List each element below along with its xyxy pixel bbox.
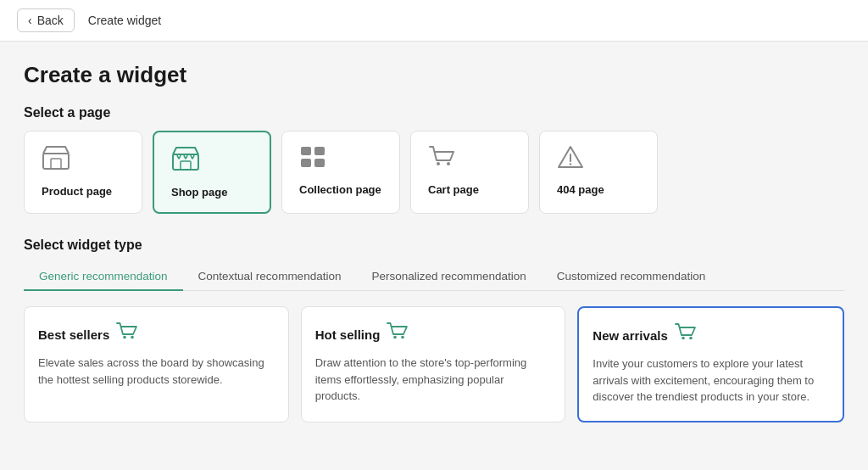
tab-contextual[interactable]: Contextual recommendation [183, 263, 357, 291]
tab-customized[interactable]: Customized recommendation [542, 263, 721, 291]
back-label: Back [37, 14, 64, 27]
svg-rect-7 [314, 159, 325, 167]
page-card-product[interactable]: Product page [24, 131, 142, 214]
svg-point-9 [447, 162, 450, 165]
svg-point-14 [394, 336, 398, 339]
page-cards-container: Product page Shop page [24, 131, 844, 214]
svg-point-15 [402, 336, 405, 339]
widget-card-new-arrivals-title: New arrivals [593, 328, 667, 343]
page-card-collection-label: Collection page [299, 183, 381, 196]
widget-card-new-arrivals-header: New arrivals [593, 323, 829, 347]
warning-icon [557, 145, 584, 175]
widget-card-hot-selling-header: Hot selling [315, 322, 552, 346]
svg-rect-2 [173, 154, 198, 170]
shop-icon [171, 146, 200, 177]
svg-point-12 [123, 336, 126, 339]
page-card-cart[interactable]: Cart page [410, 131, 529, 214]
tab-personalized[interactable]: Personalized recommendation [356, 263, 541, 291]
svg-point-13 [131, 336, 134, 339]
cart-page-icon [428, 145, 455, 175]
page-card-cart-label: Cart page [428, 183, 479, 196]
svg-rect-3 [181, 161, 191, 170]
select-widget-label: Select widget type [24, 238, 844, 253]
widget-card-hot-selling-title: Hot selling [315, 327, 381, 342]
svg-rect-5 [314, 147, 325, 155]
widget-card-new-arrivals[interactable]: New arrivals Invite your customers to ex… [577, 306, 844, 422]
widget-card-hot-selling[interactable]: Hot selling Draw attention to the store'… [301, 306, 566, 422]
widget-card-new-arrivals-desc: Invite your customers to explore your la… [593, 355, 829, 406]
page-card-collection[interactable]: Collection page [281, 131, 400, 214]
back-chevron-icon: ‹ [28, 14, 32, 27]
svg-rect-4 [301, 147, 311, 155]
widget-card-best-sellers-desc: Elevate sales across the board by showca… [38, 355, 275, 388]
widget-card-best-sellers[interactable]: Best sellers Elevate sales across the bo… [24, 306, 289, 422]
back-button[interactable]: ‹ Back [17, 8, 75, 32]
page-card-404-label: 404 page [557, 183, 604, 196]
svg-point-8 [437, 162, 440, 165]
widget-card-hot-selling-desc: Draw attention to the store's top-perfor… [315, 355, 552, 405]
page-card-404[interactable]: 404 page [539, 131, 658, 214]
page-card-product-label: Product page [42, 185, 112, 198]
widget-tabs: Generic recommendation Contextual recomm… [24, 263, 844, 291]
svg-point-17 [689, 337, 693, 340]
svg-rect-0 [43, 154, 69, 169]
tab-generic[interactable]: Generic recommendation [24, 263, 183, 291]
collection-icon [299, 145, 326, 175]
svg-point-11 [570, 163, 571, 165]
hot-selling-cart-icon [387, 322, 409, 346]
svg-point-16 [682, 337, 685, 340]
page-title: Create a widget [24, 62, 844, 88]
topbar-title: Create widget [88, 14, 161, 27]
svg-rect-1 [51, 159, 61, 169]
page-card-shop-label: Shop page [171, 186, 227, 199]
widget-card-best-sellers-header: Best sellers [38, 322, 275, 346]
widget-card-best-sellers-title: Best sellers [38, 327, 109, 342]
store-icon [42, 145, 70, 176]
svg-rect-6 [301, 159, 311, 167]
page-card-shop[interactable]: Shop page [153, 131, 271, 214]
widget-cards-container: Best sellers Elevate sales across the bo… [24, 306, 844, 422]
best-sellers-cart-icon [116, 322, 138, 346]
main-content: Create a widget Select a page Product pa… [0, 42, 868, 443]
select-page-label: Select a page [24, 105, 844, 120]
new-arrivals-cart-icon [675, 323, 697, 347]
topbar: ‹ Back Create widget [0, 0, 868, 42]
